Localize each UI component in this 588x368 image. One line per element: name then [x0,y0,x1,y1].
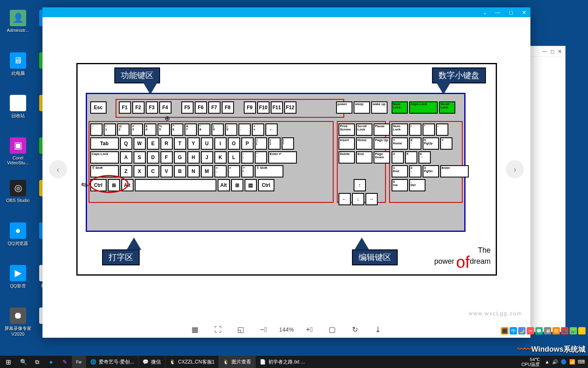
pinned-app-icon[interactable]: ✎ [58,356,72,368]
key: (9 [212,123,224,136]
key: → [365,193,378,205]
desktop-icon[interactable]: ▣Corel VideoStu... [4,137,32,165]
key: D [147,151,159,164]
key: += [252,123,264,136]
actual-size-button[interactable]: ◱ [235,324,247,335]
key: J [201,151,213,164]
key: @2 [117,123,129,136]
taskbar-task[interactable]: 🐧图片查看 [218,356,255,368]
key: 7Home [392,137,408,150]
key: !1 [104,123,116,136]
bg-close-icon[interactable]: ✕ [558,49,562,54]
widget-icon[interactable]: 📹 [561,327,568,334]
key: Insert [339,137,355,150]
key: |\ [282,137,294,150]
taskbar-task[interactable]: 📄初学者之路.txt ... [255,356,309,368]
dropdown-icon[interactable]: ⌄ [478,7,491,17]
key: %5 [158,123,170,136]
key: Z [120,165,132,177]
taskbar: ⊞ 🔍 ⧉ ● ✎ Fw 🌐爱奇艺号-爱创...💬微信🐧CXZZL.CN客服1🐧… [0,356,588,368]
fullscreen-button[interactable]: ⛶ [212,324,224,335]
desktop-icon[interactable]: ◎OBS Studio [4,180,32,203]
tray-icon[interactable]: ⌨ [578,359,585,365]
desktop-icon[interactable]: ⏺屏幕录像专家V2020 [4,307,32,337]
tray-icon[interactable]: 🔊 [552,359,558,365]
callout-typing: 打字区 [102,249,140,265]
taskbar-task[interactable]: 💬微信 [138,356,165,368]
widget-icon[interactable]: ✂ [527,327,534,334]
tray-icon[interactable]: 📶 [569,359,575,365]
widget-icon[interactable]: 中 [510,327,517,334]
desktop-icon[interactable]: ●QQ浏览器 [4,222,32,247]
key: N [187,165,200,177]
minimize-button[interactable]: — [491,7,504,17]
pinned-fw-icon[interactable]: Fw [72,356,86,368]
taskbar-task[interactable]: 🌐爱奇艺号-爱创... [86,356,138,368]
bg-min-icon[interactable]: — [542,49,547,54]
key: Caps Lock [409,101,438,114]
viewer-toolbar: ▦ ⛶ ◱ −⃝ 144% +⃝ ▢ ↻ ⤓ [42,321,530,338]
key: *8 [198,123,210,136]
key: Pause [374,123,390,136]
key: F2 [132,101,145,114]
widget-icon[interactable]: 🧩 [570,327,577,334]
key: 5 [405,151,417,164]
key: Num Lock [392,123,408,136]
maximize-button[interactable]: ◻ [504,7,517,17]
key: ~` [90,123,102,136]
system-tray: 54℃ CPU温度 ▲🔊🔵📶⌨ [521,357,588,367]
taskbar-task[interactable]: 🐧CXZZL.CN客服1 [165,356,218,368]
bg-max-icon[interactable]: ◻ [550,49,555,54]
key: $4 [144,123,156,136]
key: :; [241,151,254,164]
key: I [214,137,227,150]
thumbnail-view-button[interactable]: ▦ [189,324,201,335]
close-button[interactable]: ✕ [517,7,530,17]
key: + [440,137,452,150]
key: F11 [271,101,283,114]
key: Home [356,137,372,150]
prev-image-button[interactable]: ‹ [49,160,67,178]
key: B [174,165,186,177]
key: U [201,137,213,150]
tray-icon[interactable]: 🔵 [561,359,567,365]
search-icon[interactable]: 🔍 [16,356,30,368]
zoom-out-button[interactable]: −⃝ [258,324,270,335]
zoom-in-button[interactable]: +⃝ [304,324,315,335]
desktop-icon[interactable]: ▶QQ影音 [4,265,32,289]
key: &7 [185,123,197,136]
widget-icon[interactable]: 💬 [535,327,543,334]
callout-numpad: 数字小键盘 [432,67,486,83]
key: V [160,165,173,177]
key: 2↓ [409,165,421,177]
callout-editing: 编辑键区 [352,249,398,265]
widget-icon[interactable]: ⬛ [501,327,508,334]
widget-icon[interactable]: 简 [552,327,560,334]
desktop-icon[interactable]: 🗑回收站 [4,95,32,119]
key: Caps Lock [90,151,119,164]
task-view-icon[interactable]: ⧉ [30,356,44,368]
key: ⇧ Shift [255,165,283,177]
widget-icon[interactable]: 🌙 [518,327,526,334]
start-button[interactable]: ⊞ [0,356,16,368]
key: Enter [440,165,469,177]
fit-button[interactable]: ▢ [327,324,338,335]
tray-icon[interactable]: ▲ [545,359,550,365]
key: 0Ins [392,179,408,191]
next-image-button[interactable]: › [506,160,524,178]
rotate-button[interactable]: ↻ [350,324,361,335]
key: .Del [409,179,425,191]
save-button[interactable]: ⤓ [372,324,384,335]
key: ↓ [352,193,364,205]
image-watermark: www.wxcLgg.com [469,310,522,316]
key: S [134,151,146,164]
key: Q [120,137,132,150]
key: ?/ [241,165,254,177]
desktop-icon[interactable]: 🖥此电脑 [4,52,32,76]
pinned-browser-icon[interactable]: ● [44,356,58,368]
widget-icon[interactable]: ⚡ [578,327,586,334]
widget-icon[interactable]: 🖥 [544,327,551,334]
cpu-temp[interactable]: 54℃ CPU温度 [521,357,542,367]
key: 4← [392,151,404,164]
desktop-icon[interactable]: 👤Administr... [4,10,32,33]
